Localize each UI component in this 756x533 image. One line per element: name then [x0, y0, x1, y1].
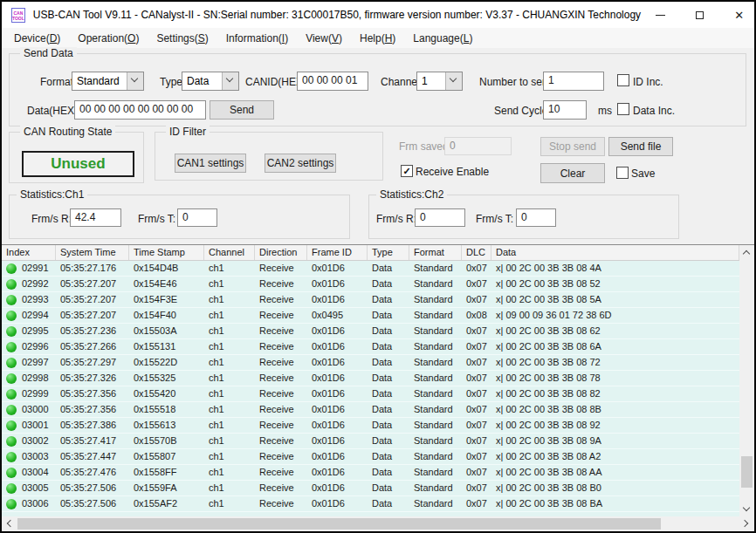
can2-settings-button[interactable]: CAN2 settings — [265, 154, 336, 173]
stop-send-button[interactable]: Stop send — [540, 137, 605, 156]
table-cell: 0x01D6 — [307, 402, 368, 417]
status-led-icon — [6, 452, 17, 462]
channel-select[interactable]: 1 — [416, 72, 463, 91]
data-hex-input[interactable]: 00 00 00 00 00 00 00 00 — [74, 100, 206, 120]
send-file-button[interactable]: Send file — [608, 137, 673, 156]
table-cell: 03003 — [2, 449, 56, 464]
chevron-down-icon — [131, 75, 138, 82]
table-cell: x| 00 2C 00 3B 3B 08 BA — [491, 496, 739, 511]
vertical-scrollbar-thumb[interactable] — [741, 456, 753, 488]
format-dropdown-button[interactable] — [127, 72, 143, 90]
number-to-send-input[interactable]: 1 — [543, 72, 604, 91]
table-cell: 0x155325 — [129, 371, 204, 386]
chevron-left-icon — [7, 520, 14, 527]
table-cell: 05:35:27.506 — [56, 481, 129, 495]
menu-item-language[interactable]: Language(L) — [404, 30, 481, 47]
scroll-down-button[interactable] — [739, 502, 754, 516]
table-row[interactable]: 0299105:35:27.1760x154D4Bch1Receive0x01D… — [2, 261, 739, 277]
chevron-up-icon — [743, 250, 750, 257]
statistics-ch2-group: Statistics:Ch2 Frm/s R: 0 Frm/s T: 0 — [368, 195, 679, 239]
table-row[interactable]: 0299905:35:27.3560x155420ch1Receive0x01D… — [2, 386, 739, 402]
maximize-button[interactable] — [680, 2, 719, 28]
can1-settings-button[interactable]: CAN1 settings — [175, 154, 246, 173]
table-row[interactable]: 0299805:35:27.3260x155325ch1Receive0x01D… — [2, 371, 739, 386]
table-cell: x| 00 2C 00 3B 3B 08 52 — [491, 277, 739, 291]
table-row[interactable]: 0299405:35:27.2070x154F40ch1Receive0x049… — [2, 308, 739, 324]
format-select[interactable]: Standard — [72, 72, 144, 91]
data-inc-checkbox[interactable] — [617, 103, 629, 115]
table-cell: 05:35:27.506 — [56, 496, 129, 511]
table-cell: 0x155AF2 — [129, 496, 204, 511]
menu-item-information[interactable]: Information(I) — [217, 30, 297, 47]
channel-dropdown-button[interactable] — [445, 72, 462, 90]
table-cell: Data — [368, 449, 409, 464]
table-cell: x| 00 2C 00 3B 3B 08 5A — [491, 292, 739, 307]
table-cell: 05:35:27.356 — [56, 386, 129, 401]
chevron-right-icon — [741, 520, 748, 527]
clear-button[interactable]: Clear — [540, 163, 605, 183]
vertical-scrollbar[interactable] — [739, 245, 754, 516]
table-cell: 0x07 — [462, 355, 491, 370]
send-data-group-title: Send Data — [20, 47, 77, 59]
table-row[interactable]: 0300105:35:27.3860x155613ch1Receive0x01D… — [2, 418, 739, 434]
table-row[interactable]: 0299205:35:27.2070x154E46ch1Receive0x01D… — [2, 277, 739, 292]
table-cell: 0x07 — [462, 418, 491, 433]
scroll-up-button[interactable] — [739, 245, 754, 259]
table-cell: Data — [368, 371, 409, 386]
table-cell: 02993 — [2, 292, 56, 307]
canid-input[interactable]: 00 00 00 01 — [297, 72, 368, 91]
menu-item-view[interactable]: View(V) — [297, 30, 351, 47]
table-cell: 0x01D6 — [307, 449, 368, 464]
table-cell: 03002 — [2, 434, 56, 448]
table-row[interactable]: 0299605:35:27.2660x155131ch1Receive0x01D… — [2, 339, 739, 355]
table-cell: 0x155807 — [129, 449, 204, 464]
table-row[interactable]: 0299705:35:27.2970x15522Dch1Receive0x01D… — [2, 355, 739, 371]
type-dropdown-button[interactable] — [222, 72, 238, 90]
table-row[interactable]: 0300305:35:27.4470x155807ch1Receive0x01D… — [2, 449, 739, 465]
menu-item-help[interactable]: Help(H) — [351, 30, 404, 47]
menu-item-device[interactable]: Device(D) — [5, 30, 69, 47]
scroll-left-button[interactable] — [2, 516, 17, 531]
table-row[interactable]: 0299505:35:27.2360x15503Ach1Receive0x01D… — [2, 324, 739, 339]
table-cell: x| 00 2C 00 3B 3B 08 82 — [491, 386, 739, 401]
table-cell: Standard — [409, 481, 462, 495]
ch1-rx-field: 42.4 — [70, 208, 121, 227]
minimize-button[interactable] — [641, 2, 680, 28]
type-select[interactable]: Data — [182, 72, 239, 91]
ch1-tx-field: 0 — [177, 208, 217, 227]
send-cycle-input[interactable]: 10 — [543, 100, 587, 120]
app-icon-text-bottom: TOOL — [12, 16, 24, 21]
scroll-right-button[interactable] — [739, 516, 754, 531]
table-cell: 0x01D6 — [307, 496, 368, 511]
table-cell: Receive — [255, 402, 307, 417]
table-cell: 02995 — [2, 324, 56, 338]
table-cell: Standard — [409, 308, 462, 323]
table-row[interactable]: 0300205:35:27.4170x15570Bch1Receive0x01D… — [2, 434, 739, 449]
app-window: CAN TOOL USB-CAN Tool V9.11 - CANalyst-I… — [0, 0, 756, 533]
header-cell-dlc: DLC — [462, 245, 491, 260]
table-cell: 0x07 — [462, 496, 491, 511]
save-checkbox[interactable] — [616, 167, 629, 179]
horizontal-scrollbar[interactable] — [2, 516, 754, 531]
can-routing-group: CAN Routing State Unused — [9, 132, 144, 183]
horizontal-scrollbar-thumb[interactable] — [17, 518, 661, 530]
menu-item-operation[interactable]: Operation(O) — [69, 30, 148, 47]
save-label: Save — [631, 167, 655, 180]
table-row[interactable]: 0299305:35:27.2070x154F3Ech1Receive0x01D… — [2, 292, 739, 308]
table-cell: Data — [368, 261, 409, 276]
close-button[interactable]: ✕ — [719, 2, 756, 28]
table-cell: ch1 — [204, 402, 255, 417]
table-row[interactable]: 0300405:35:27.4760x1558FFch1Receive0x01D… — [2, 465, 739, 481]
table-cell: Data — [368, 308, 409, 323]
receive-enable-checkbox[interactable] — [401, 165, 413, 177]
table-row[interactable]: 0300505:35:27.5060x1559FAch1Receive0x01D… — [2, 481, 739, 496]
menu-item-settings[interactable]: Settings(S) — [148, 30, 216, 47]
table-cell: 0x01D6 — [307, 465, 368, 480]
table-cell: x| 00 2C 00 3B 3B 08 62 — [491, 324, 739, 338]
send-button[interactable]: Send — [210, 100, 274, 120]
table-row[interactable]: 0300605:35:27.5060x155AF2ch1Receive0x01D… — [2, 496, 739, 512]
table-cell: 05:35:27.207 — [56, 292, 129, 307]
id-inc-checkbox[interactable] — [617, 74, 629, 86]
table-row[interactable]: 0300005:35:27.3560x155518ch1Receive0x01D… — [2, 402, 739, 418]
frm-saved-label: Frm saved: — [399, 140, 451, 153]
